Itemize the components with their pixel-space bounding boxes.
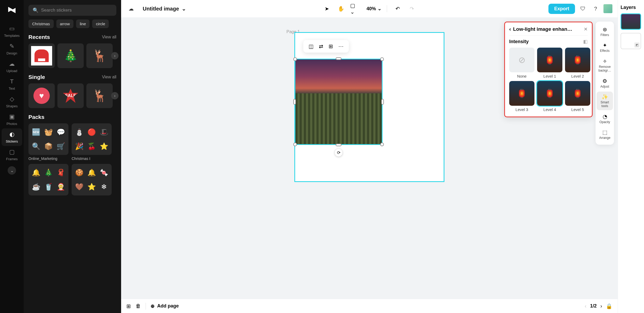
layer-item[interactable]: ◩ bbox=[621, 33, 641, 49]
redo-button[interactable]: ↷ bbox=[407, 3, 417, 14]
enhance-popup: ‹ Low-light image enhan… ✕ Intensity ◧ ⊘… bbox=[504, 22, 593, 117]
search-input[interactable]: 🔍 Search stickers bbox=[28, 5, 116, 16]
level-2[interactable]: 🏮Level 2 bbox=[565, 48, 590, 78]
tag-circle[interactable]: circle bbox=[92, 19, 109, 28]
replace-button[interactable]: ⇄ bbox=[319, 43, 323, 49]
selected-image[interactable]: ⟳ bbox=[295, 59, 383, 145]
nav-text[interactable]: TText bbox=[2, 75, 22, 93]
tool-effects[interactable]: ✦Effects bbox=[597, 40, 613, 55]
resize-handle[interactable] bbox=[380, 143, 384, 146]
chevron-down-icon: ⌄ bbox=[378, 6, 382, 12]
canvas[interactable]: Page 1 ⟳ ◫ ⇄ ⊞ ⋯ bbox=[121, 17, 618, 299]
nav-design[interactable]: ✎Design bbox=[2, 40, 22, 58]
search-placeholder: Search stickers bbox=[41, 8, 72, 13]
tag-christmas[interactable]: Christmas bbox=[28, 19, 54, 28]
tool-adjust[interactable]: ⚙Adjust bbox=[597, 76, 613, 90]
filters-icon: ⊛ bbox=[603, 26, 607, 33]
prev-page-button[interactable]: ‹ bbox=[585, 303, 587, 309]
recent-sticker[interactable]: 🦌 bbox=[86, 43, 113, 68]
pack-item[interactable]: ⛄🔴🎩🎉🍒⭐ Christmas Ⅰ bbox=[72, 123, 112, 161]
undo-button[interactable]: ↶ bbox=[392, 3, 403, 14]
avatar[interactable] bbox=[603, 4, 612, 13]
single-sticker[interactable]: 🦌 bbox=[86, 83, 113, 108]
layers-panel: Layers ◩ bbox=[618, 0, 644, 313]
shapes-icon: ◇ bbox=[10, 96, 14, 103]
topbar: ☁ Untitled image ⌄ ➤ ✋ ▢ ⌄ 40%⌄ ↶ ↷ Expo… bbox=[121, 0, 618, 17]
scroll-right-button[interactable]: › bbox=[111, 92, 118, 99]
compare-icon[interactable]: ◧ bbox=[583, 39, 588, 44]
layer-item[interactable] bbox=[621, 13, 641, 30]
single-heading: Single bbox=[28, 74, 45, 80]
level-3[interactable]: 🏮Level 3 bbox=[509, 81, 534, 112]
resize-handle[interactable] bbox=[336, 144, 341, 146]
level-5[interactable]: 🏮Level 5 bbox=[565, 81, 590, 112]
tool-smart-tools[interactable]: ✨Smart tools bbox=[597, 92, 613, 110]
pack-item[interactable]: 🔔🎄🧣☕🥤🤶 bbox=[28, 164, 68, 195]
duplicate-page-button[interactable]: ⊞ bbox=[126, 303, 131, 309]
templates-icon: ▭ bbox=[9, 25, 15, 32]
delete-page-button[interactable]: 🗑 bbox=[136, 303, 141, 309]
help-icon[interactable]: ? bbox=[591, 4, 600, 13]
nav-more-button[interactable]: ⌄ bbox=[8, 166, 16, 175]
rotate-handle[interactable]: ⟳ bbox=[334, 148, 343, 157]
pack-item[interactable]: 🍪🔔🍬🤎⭐❄ bbox=[72, 164, 112, 195]
recents-view-all[interactable]: View all bbox=[102, 35, 116, 39]
tool-remove-bg[interactable]: ✧Remove backgr… bbox=[597, 56, 613, 75]
nav-stickers[interactable]: ◐Stickers bbox=[2, 128, 22, 146]
level-none[interactable]: ⊘None bbox=[509, 48, 534, 78]
upload-icon: ☁ bbox=[9, 60, 15, 67]
nav-shapes[interactable]: ◇Shapes bbox=[2, 93, 22, 111]
add-page-button[interactable]: ⊕ Add page bbox=[151, 303, 179, 309]
recent-sticker[interactable]: ▂ bbox=[28, 43, 55, 68]
nav-templates[interactable]: ▭Templates bbox=[2, 23, 22, 40]
level-1[interactable]: 🏮Level 1 bbox=[537, 48, 562, 78]
single-sticker[interactable]: ♥ bbox=[28, 83, 55, 108]
hand-tool[interactable]: ✋ bbox=[336, 3, 346, 14]
page-artboard[interactable]: ⟳ bbox=[294, 32, 444, 182]
crop-button[interactable]: ◫ bbox=[309, 43, 314, 49]
intensity-heading: Intensity bbox=[509, 39, 529, 44]
resize-handle[interactable] bbox=[380, 57, 384, 61]
app-logo bbox=[7, 5, 17, 15]
zoom-control[interactable]: 40%⌄ bbox=[366, 6, 382, 12]
more-button[interactable]: ⋯ bbox=[338, 43, 344, 49]
pack-label: Christmas Ⅰ bbox=[72, 156, 112, 161]
export-button[interactable]: Export bbox=[548, 4, 575, 14]
tool-rail: ⊛Filters ✦Effects ✧Remove backgr… ⚙Adjus… bbox=[596, 22, 614, 145]
resize-handle[interactable] bbox=[293, 143, 297, 146]
artboard-tool[interactable]: ▢ ⌄ bbox=[350, 3, 361, 14]
page-indicator: 1/2 bbox=[590, 303, 597, 309]
scroll-right-button[interactable]: › bbox=[111, 52, 118, 59]
resize-handle[interactable] bbox=[336, 57, 341, 60]
project-name[interactable]: Untitled image ⌄ bbox=[143, 6, 186, 12]
close-button[interactable]: ✕ bbox=[584, 26, 588, 32]
main-area: ☁ Untitled image ⌄ ➤ ✋ ▢ ⌄ 40%⌄ ↶ ↷ Expo… bbox=[121, 0, 618, 313]
pack-item[interactable]: 🆕🧺💬🔍📦🛒 Online_Marketing bbox=[28, 123, 68, 161]
group-button[interactable]: ⊞ bbox=[329, 43, 333, 49]
lock-button[interactable]: 🔒 bbox=[606, 303, 612, 309]
tag-arrow[interactable]: arrow bbox=[56, 19, 74, 28]
tag-line[interactable]: line bbox=[76, 19, 90, 28]
frames-icon: ▢ bbox=[9, 149, 15, 155]
resize-handle[interactable] bbox=[293, 99, 296, 105]
tool-filters[interactable]: ⊛Filters bbox=[597, 24, 613, 39]
nav-frames[interactable]: ▢Frames bbox=[2, 146, 22, 164]
next-page-button[interactable]: › bbox=[600, 303, 602, 309]
single-view-all[interactable]: View all bbox=[102, 75, 116, 79]
back-button[interactable]: ‹ bbox=[509, 26, 511, 32]
single-sticker[interactable]: SALE bbox=[57, 83, 84, 108]
pack-label: Online_Marketing bbox=[28, 156, 68, 161]
tool-opacity[interactable]: ◔Opacity bbox=[597, 111, 613, 126]
nav-upload[interactable]: ☁Upload bbox=[2, 58, 22, 75]
level-4[interactable]: 🏮Level 4 bbox=[537, 81, 562, 112]
resize-handle[interactable] bbox=[381, 99, 384, 105]
nav-photos[interactable]: ▣Photos bbox=[2, 111, 22, 128]
tool-arrange[interactable]: ⬚Arrange bbox=[597, 127, 613, 142]
resize-handle[interactable] bbox=[293, 57, 297, 61]
cloud-sync-icon[interactable]: ☁ bbox=[126, 4, 136, 13]
stickers-icon: ◐ bbox=[9, 131, 14, 138]
recent-sticker[interactable]: 🎄 bbox=[57, 43, 84, 68]
cursor-tool[interactable]: ➤ bbox=[322, 3, 332, 14]
packs-heading: Packs bbox=[28, 114, 44, 120]
shield-icon[interactable]: 🛡 bbox=[578, 4, 588, 13]
